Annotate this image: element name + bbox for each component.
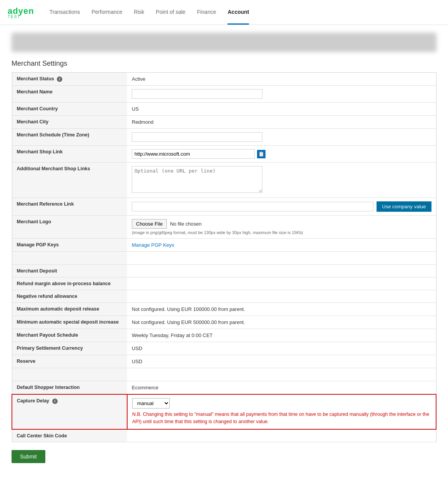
row-label: Merchant Status i xyxy=(12,73,127,86)
row-label: Merchant Country xyxy=(12,103,127,116)
row-value: Active xyxy=(127,73,436,86)
row-value: Ecommerce xyxy=(127,381,436,395)
table-row: Merchant Country US xyxy=(12,103,436,116)
merchant-name-input[interactable] xyxy=(132,89,262,99)
row-label: Merchant Schedule (Time Zone) xyxy=(12,129,127,146)
table-row: Merchant Reference Link Use company valu… xyxy=(12,198,436,216)
file-upload-label[interactable]: Choose File No file chosen xyxy=(132,219,202,229)
nav-account[interactable]: Account xyxy=(227,0,249,25)
row-value: Use company value xyxy=(127,198,436,216)
table-row: Merchant City Redmond xyxy=(12,116,436,129)
table-row-capture-delay: Capture Delay i manual immediate 1 2 3 4… xyxy=(12,394,436,429)
submit-button[interactable]: Submit xyxy=(12,450,45,463)
nav-finance[interactable]: Finance xyxy=(197,0,216,25)
row-label: Maximum automatic deposit release xyxy=(12,303,127,316)
row-label: Merchant Payout Schedule xyxy=(12,329,127,342)
table-row: Manage PGP Keys Manage PGP Keys xyxy=(12,239,436,252)
row-value xyxy=(127,277,436,290)
logo: adyen TEST xyxy=(8,6,34,19)
nav-performance[interactable]: Performance xyxy=(91,0,122,25)
navigation: adyen TEST Transactions Performance Risk… xyxy=(0,0,448,25)
row-label: Primary Settlement Currency xyxy=(12,342,127,355)
shop-link-wrapper: 📋 xyxy=(132,149,431,159)
row-label: Reserve xyxy=(12,355,127,368)
info-icon: i xyxy=(57,76,62,82)
row-value: Choose File No file chosen (image in png… xyxy=(127,216,436,239)
row-label: Call Center Skin Code xyxy=(12,429,127,442)
row-value: Not configured. Using EUR 500000.00 from… xyxy=(127,316,436,329)
row-value: Redmond xyxy=(127,116,436,129)
copy-icon[interactable]: 📋 xyxy=(257,150,265,158)
logo-sub: TEST xyxy=(8,15,34,19)
file-upload-wrapper: Choose File No file chosen (image in png… xyxy=(132,219,431,235)
table-row-empty xyxy=(12,368,436,381)
table-row: Merchant Shop Link 📋 xyxy=(12,146,436,163)
capture-delay-select[interactable]: manual immediate 1 2 3 4 5 xyxy=(132,398,170,409)
info-icon-capture: i xyxy=(52,399,58,404)
table-row: Merchant Schedule (Time Zone) xyxy=(12,129,436,146)
table-row: Primary Settlement Currency USD xyxy=(12,342,436,355)
row-label: Negative refund allowance xyxy=(12,290,127,303)
file-info-text: (image in png/gif/jpeg format, must be 1… xyxy=(132,230,431,235)
row-label-empty xyxy=(12,252,127,265)
row-value-empty xyxy=(127,368,436,381)
ref-link-wrapper: Use company value xyxy=(132,201,431,212)
table-row: Refund margin above in-process balance xyxy=(12,277,436,290)
nav-transactions[interactable]: Transactions xyxy=(50,0,80,25)
no-file-text: No file chosen xyxy=(170,221,201,227)
choose-file-button[interactable]: Choose File xyxy=(132,219,167,229)
additional-shop-links-input[interactable] xyxy=(132,166,262,193)
capture-warning-text: N.B. Changing this setting to "manual" m… xyxy=(132,411,431,425)
row-label: Merchant Shop Link xyxy=(12,146,127,163)
page-content: Merchant Settings Merchant Status i Acti… xyxy=(0,56,448,475)
row-label: Merchant Name xyxy=(12,86,127,103)
nav-point-of-sale[interactable]: Point of sale xyxy=(156,0,186,25)
use-company-button[interactable]: Use company value xyxy=(377,201,431,212)
row-value: USD xyxy=(127,342,436,355)
table-row: Negative refund allowance xyxy=(12,290,436,303)
row-label: Merchant City xyxy=(12,116,127,129)
row-value xyxy=(127,265,436,277)
table-row: Merchant Logo Choose File No file chosen… xyxy=(12,216,436,239)
table-row: Call Center Skin Code xyxy=(12,429,436,442)
row-label: Refund margin above in-process balance xyxy=(12,277,127,290)
table-row: Additional Merchant Shop Links xyxy=(12,163,436,198)
nav-links: Transactions Performance Risk Point of s… xyxy=(50,0,440,25)
row-value: US xyxy=(127,103,436,116)
manage-pgp-keys-link[interactable]: Manage PGP Keys xyxy=(132,242,174,248)
nav-risk[interactable]: Risk xyxy=(134,0,144,25)
row-value xyxy=(127,163,436,198)
row-value xyxy=(127,429,436,442)
table-row: Merchant Payout Schedule Weekly Tuesday,… xyxy=(12,329,436,342)
row-label: Merchant Deposit xyxy=(12,265,127,277)
row-label: Additional Merchant Shop Links xyxy=(12,163,127,198)
row-value: Not configured. Using EUR 100000.00 from… xyxy=(127,303,436,316)
row-label: Merchant Reference Link xyxy=(12,198,127,216)
row-value xyxy=(127,86,436,103)
row-label: Merchant Logo xyxy=(12,216,127,239)
table-row: Default Shopper Interaction Ecommerce xyxy=(12,381,436,395)
table-row-empty xyxy=(12,252,436,265)
merchant-shop-link-input[interactable] xyxy=(132,149,255,159)
row-label-capture: Capture Delay i xyxy=(12,394,127,429)
table-row: Merchant Deposit xyxy=(12,265,436,277)
table-row: Maximum automatic deposit release Not co… xyxy=(12,303,436,316)
row-value: USD xyxy=(127,355,436,368)
table-row: Reserve USD xyxy=(12,355,436,368)
merchant-schedule-input[interactable] xyxy=(132,132,262,142)
merchant-settings-table: Merchant Status i Active Merchant Name M… xyxy=(12,72,436,442)
row-label-empty xyxy=(12,368,127,381)
row-value: Manage PGP Keys xyxy=(127,239,436,252)
blurred-account-header xyxy=(12,33,436,52)
row-value xyxy=(127,129,436,146)
table-row: Minimum automatic special deposit increa… xyxy=(12,316,436,329)
merchant-ref-link-input[interactable] xyxy=(132,202,373,211)
row-label: Default Shopper Interaction xyxy=(12,381,127,395)
row-value: 📋 xyxy=(127,146,436,163)
row-value: Weekly Tuesday, Friday at 0:00 CET xyxy=(127,329,436,342)
row-value-capture: manual immediate 1 2 3 4 5 N.B. Changing… xyxy=(127,394,436,429)
row-label: Manage PGP Keys xyxy=(12,239,127,252)
table-row: Merchant Status i Active xyxy=(12,73,436,86)
row-value xyxy=(127,290,436,303)
table-row: Merchant Name xyxy=(12,86,436,103)
